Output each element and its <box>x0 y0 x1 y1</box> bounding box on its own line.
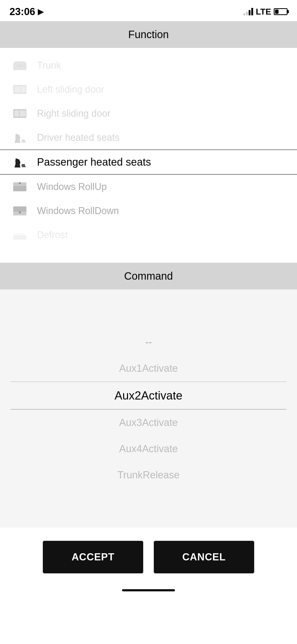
list-item[interactable]: Defrost <box>0 223 297 247</box>
command-header: Command <box>0 263 297 289</box>
list-item[interactable]: Right sliding door <box>0 101 297 125</box>
accept-label: ACCEPT <box>72 551 114 563</box>
picker-item-label: Aux4Activate <box>119 443 178 454</box>
list-item-label: Trunk <box>37 60 61 71</box>
defrost-icon <box>11 228 29 242</box>
time-display: 23:06 <box>10 6 35 17</box>
list-item[interactable]: Passenger heated seats <box>0 149 297 175</box>
svg-rect-9 <box>20 111 26 116</box>
left-sliding-door-icon <box>11 82 29 97</box>
picker-item-label: -- <box>145 337 152 348</box>
picker-item-label: Aux3Activate <box>119 417 178 428</box>
picker-item[interactable]: Aux4Activate <box>0 436 297 462</box>
function-header: Function <box>0 21 297 48</box>
windows-rolldown-icon <box>11 203 29 218</box>
home-indicator <box>122 589 175 591</box>
svg-rect-19 <box>13 206 26 212</box>
list-item-label: Left sliding door <box>37 84 104 95</box>
list-item-label: Windows RollDown <box>37 205 119 216</box>
svg-rect-5 <box>21 87 25 92</box>
picker-item-label: Aux1Activate <box>119 363 178 374</box>
windows-rollup-icon <box>11 179 29 194</box>
list-item[interactable]: Left sliding door <box>0 77 297 101</box>
right-sliding-door-icon <box>11 106 29 121</box>
svg-point-10 <box>18 113 20 114</box>
list-item-label: Passenger heated seats <box>37 156 151 168</box>
picker-item[interactable]: TrunkRelease <box>0 462 297 488</box>
passenger-heated-seats-icon <box>11 155 29 169</box>
command-picker[interactable]: -- Aux1Activate Aux2Activate Aux3Activat… <box>0 289 297 528</box>
picker-item-label: TrunkRelease <box>117 469 179 480</box>
cancel-label: CANCEL <box>182 551 226 563</box>
svg-rect-8 <box>15 111 19 116</box>
picker-item[interactable]: Aux3Activate <box>0 410 297 436</box>
svg-rect-1 <box>15 61 25 64</box>
status-bar: 23:06 ▶ LTE <box>0 0 297 21</box>
signal-icon <box>243 8 253 15</box>
svg-rect-2 <box>17 65 23 66</box>
location-icon: ▶ <box>38 7 44 16</box>
status-right: LTE <box>243 7 287 17</box>
function-list: Trunk Left sliding door Right sliding do… <box>0 48 297 252</box>
list-item[interactable]: Trunk <box>0 53 297 77</box>
list-item-label: Defrost <box>37 229 68 241</box>
accept-button[interactable]: ACCEPT <box>43 541 143 573</box>
picker-container: -- Aux1Activate Aux2Activate Aux3Activat… <box>0 329 297 488</box>
list-item[interactable]: Windows RollUp <box>0 175 297 199</box>
picker-item[interactable]: Aux1Activate <box>0 355 297 382</box>
svg-rect-17 <box>13 185 26 191</box>
battery-icon <box>274 8 287 15</box>
lte-label: LTE <box>256 7 271 17</box>
list-item-label: Driver heated seats <box>37 132 119 143</box>
svg-point-6 <box>20 89 21 90</box>
picker-item[interactable]: -- <box>0 329 297 355</box>
list-item[interactable]: Driver heated seats <box>0 125 297 149</box>
cancel-button[interactable]: CANCEL <box>154 541 254 573</box>
svg-rect-4 <box>15 87 20 92</box>
bottom-buttons: ACCEPT CANCEL <box>0 528 297 584</box>
list-item[interactable]: Windows RollDown <box>0 199 297 223</box>
trunk-icon <box>11 58 29 72</box>
list-item-label: Right sliding door <box>37 108 110 119</box>
svg-rect-21 <box>13 235 26 240</box>
picker-item-selected[interactable]: Aux2Activate <box>0 382 297 410</box>
status-time: 23:06 ▶ <box>10 6 44 17</box>
picker-item-label: Aux2Activate <box>115 389 183 402</box>
driver-heated-seats-icon <box>11 130 29 145</box>
list-item-label: Windows RollUp <box>37 181 107 192</box>
